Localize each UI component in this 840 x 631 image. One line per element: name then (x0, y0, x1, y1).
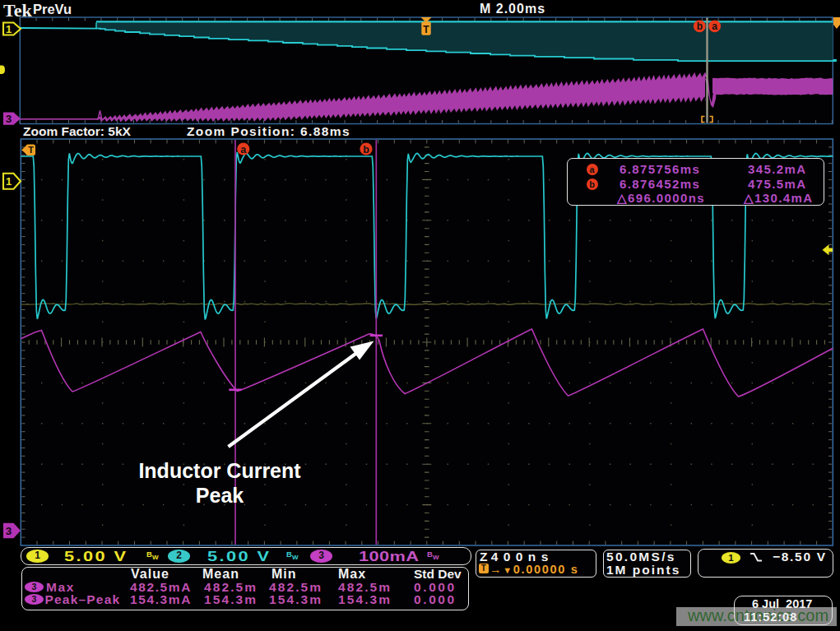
svg-text:3: 3 (6, 113, 12, 125)
svg-text:b: b (363, 144, 369, 155)
svg-text:3: 3 (6, 525, 12, 537)
svg-text:a: a (712, 21, 717, 32)
svg-text:b: b (697, 21, 703, 32)
svg-text:1: 1 (6, 175, 12, 188)
svg-text:a: a (240, 144, 247, 155)
svg-text:1: 1 (6, 23, 12, 35)
svg-text:T: T (28, 145, 34, 155)
svg-text:T: T (423, 24, 429, 35)
